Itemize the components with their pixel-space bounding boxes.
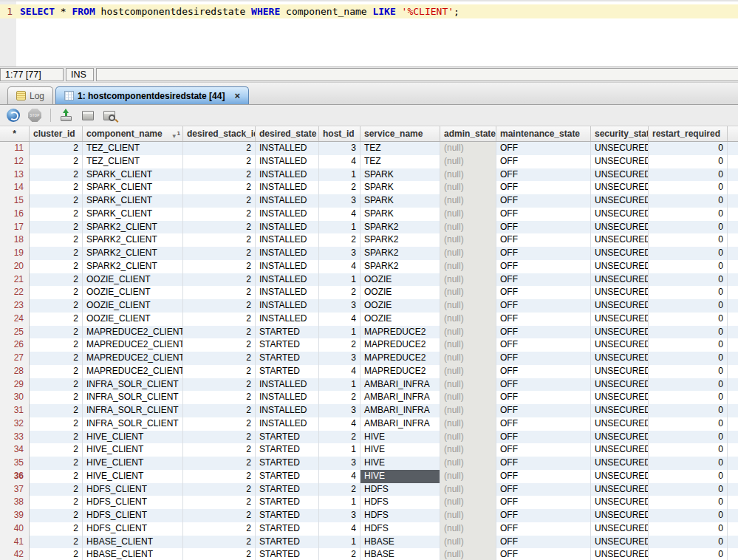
grid-cell[interactable]: INSTALLED [256, 247, 319, 260]
grid-cell[interactable]: (null) [440, 194, 496, 208]
grid-cell[interactable]: 4 [319, 522, 361, 536]
grid-cell[interactable]: 2 [183, 536, 256, 549]
grid-cell[interactable]: OFF [496, 155, 591, 168]
grid-cell[interactable]: UNSECURED [591, 260, 649, 273]
grid-cell[interactable]: 0 [649, 194, 728, 208]
grid-cell[interactable]: 2 [30, 509, 83, 522]
grid-cell[interactable]: HIVE [361, 457, 440, 470]
grid-cell[interactable]: OFF [496, 299, 591, 313]
row-number-cell[interactable]: 33 [0, 431, 30, 444]
row-number-cell[interactable]: 34 [0, 443, 30, 457]
grid-cell[interactable]: OFF [496, 286, 591, 299]
grid-cell[interactable]: MAPREDUCE2_CLIENT [83, 365, 183, 378]
grid-cell[interactable]: UNSECURED [591, 404, 649, 417]
export-results-button[interactable] [58, 107, 75, 123]
grid-cell[interactable]: INSTALLED [256, 168, 319, 182]
row-number-cell[interactable]: 35 [0, 457, 30, 470]
grid-cell[interactable]: STARTED [256, 352, 319, 365]
grid-cell[interactable]: HIVE [361, 431, 440, 444]
grid-cell[interactable]: 1 [319, 326, 361, 339]
grid-cell[interactable]: STARTED [256, 338, 319, 352]
grid-cell[interactable]: 2 [319, 233, 361, 247]
grid-cell[interactable]: OFF [496, 404, 591, 417]
grid-cell[interactable]: UNSECURED [591, 194, 649, 208]
grid-cell[interactable]: 0 [649, 470, 728, 483]
grid-cell[interactable]: (null) [440, 155, 496, 168]
grid-cell[interactable]: 2 [30, 286, 83, 299]
grid-cell[interactable]: STARTED [256, 431, 319, 444]
grid-cell[interactable]: 2 [30, 496, 83, 509]
grid-cell[interactable]: 0 [649, 273, 728, 287]
grid-cell[interactable]: OFF [496, 536, 591, 549]
grid-cell[interactable]: 0 [649, 365, 728, 378]
grid-cell[interactable]: 4 [319, 260, 361, 273]
grid-cell[interactable]: STARTED [256, 483, 319, 496]
grid-cell[interactable]: OFF [496, 338, 591, 352]
grid-cell[interactable]: UNSECURED [591, 431, 649, 444]
grid-cell[interactable]: (null) [440, 470, 496, 483]
grid-cell[interactable]: INFRA_SOLR_CLIENT [83, 378, 183, 392]
grid-cell[interactable]: 0 [649, 208, 728, 221]
grid-cell[interactable]: UNSECURED [591, 483, 649, 496]
grid-cell[interactable]: AMBARI_INFRA [361, 417, 440, 431]
grid-cell[interactable]: 2 [30, 443, 83, 457]
grid-cell[interactable]: STARTED [256, 457, 319, 470]
grid-cell[interactable]: 2 [30, 352, 83, 365]
grid-cell[interactable]: STARTED [256, 548, 319, 560]
grid-cell[interactable]: HDFS_CLIENT [83, 483, 183, 496]
grid-cell[interactable]: UNSECURED [591, 221, 649, 234]
grid-cell[interactable]: 3 [319, 247, 361, 260]
sql-editor[interactable]: 1 SELECT * FROM hostcomponentdesiredstat… [0, 0, 738, 67]
grid-cell[interactable]: 2 [183, 338, 256, 352]
grid-cell[interactable]: 2 [30, 417, 83, 431]
grid-cell[interactable]: OFF [496, 365, 591, 378]
row-number-cell[interactable]: 13 [0, 168, 30, 182]
column-header-host_id[interactable]: host_id [319, 126, 361, 141]
grid-cell[interactable]: 1 [319, 273, 361, 287]
grid-cell[interactable]: 2 [319, 391, 361, 404]
grid-cell[interactable]: SPARK2 [361, 221, 440, 234]
row-number-cell[interactable]: 40 [0, 522, 30, 536]
column-header-service_name[interactable]: service_name [361, 126, 440, 141]
grid-cell[interactable]: SPARK2 [361, 233, 440, 247]
grid-cell[interactable]: HDFS [361, 483, 440, 496]
grid-cell[interactable]: 2 [30, 522, 83, 536]
grid-cell[interactable]: 2 [30, 483, 83, 496]
grid-cell[interactable]: OFF [496, 352, 591, 365]
grid-cell[interactable]: 0 [649, 404, 728, 417]
grid-cell[interactable]: OFF [496, 457, 591, 470]
grid-cell[interactable]: 2 [30, 391, 83, 404]
row-number-cell[interactable]: 25 [0, 326, 30, 339]
grid-cell[interactable]: 0 [649, 522, 728, 536]
grid-cell[interactable]: INSTALLED [256, 221, 319, 234]
grid-cell[interactable]: UNSECURED [591, 313, 649, 326]
grid-cell[interactable]: (null) [440, 299, 496, 313]
row-number-cell[interactable]: 42 [0, 548, 30, 560]
grid-cell[interactable]: UNSECURED [591, 457, 649, 470]
grid-cell[interactable]: OOZIE [361, 273, 440, 287]
grid-cell[interactable]: 2 [30, 313, 83, 326]
grid-cell[interactable]: 0 [649, 457, 728, 470]
row-number-cell[interactable]: 11 [0, 142, 30, 155]
grid-cell[interactable]: (null) [440, 417, 496, 431]
grid-cell[interactable]: 0 [649, 326, 728, 339]
grid-cell[interactable]: HBASE [361, 536, 440, 549]
grid-cell[interactable]: 2 [30, 326, 83, 339]
grid-cell[interactable]: TEZ [361, 142, 440, 155]
grid-cell[interactable]: UNSECURED [591, 378, 649, 392]
grid-cell[interactable]: 2 [30, 194, 83, 208]
grid-cell[interactable]: STARTED [256, 536, 319, 549]
grid-cell[interactable]: 0 [649, 548, 728, 560]
grid-cell[interactable]: (null) [440, 247, 496, 260]
grid-cell[interactable]: UNSECURED [591, 286, 649, 299]
grid-cell[interactable]: OOZIE [361, 313, 440, 326]
grid-cell[interactable]: 2 [30, 338, 83, 352]
grid-cell[interactable]: 2 [183, 378, 256, 392]
column-header-component_name[interactable]: component_name▼1 [83, 126, 183, 141]
grid-cell[interactable]: HDFS_CLIENT [83, 522, 183, 536]
grid-cell[interactable]: 1 [319, 168, 361, 182]
grid-cell[interactable]: 2 [183, 457, 256, 470]
grid-cell[interactable]: AMBARI_INFRA [361, 378, 440, 392]
grid-cell[interactable]: 0 [649, 496, 728, 509]
row-number-cell[interactable]: 12 [0, 155, 30, 168]
